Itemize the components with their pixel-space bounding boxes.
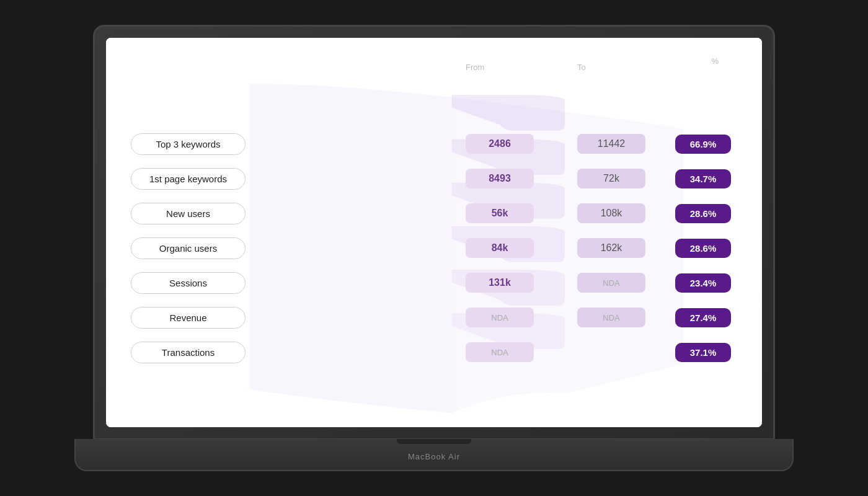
pct-column-header: % bbox=[711, 56, 719, 66]
laptop-notch bbox=[397, 439, 471, 444]
to-value: 11442 bbox=[577, 134, 645, 154]
to-value: NDA bbox=[577, 308, 645, 327]
row-label: Organic users bbox=[131, 237, 246, 259]
pct-value: 34.7% bbox=[675, 169, 731, 188]
from-value: NDA bbox=[466, 308, 534, 327]
to-column-header: To bbox=[577, 63, 586, 72]
row-label: Revenue bbox=[131, 307, 246, 329]
row-label: 1st page keywords bbox=[131, 168, 246, 190]
laptop-screen-bezel: % From To bbox=[93, 25, 775, 440]
row-label: Sessions bbox=[131, 272, 246, 294]
to-value: 108k bbox=[577, 203, 645, 223]
from-value: NDA bbox=[466, 342, 534, 362]
screen: % From To bbox=[106, 38, 762, 427]
pct-value: 28.6% bbox=[675, 204, 731, 223]
pct-value: 27.4% bbox=[675, 308, 731, 327]
from-value: 56k bbox=[466, 203, 534, 223]
macbook-brand-label: MacBook Air bbox=[408, 452, 460, 461]
chart-row: RevenueNDANDA27.4% bbox=[131, 303, 737, 332]
chart-row: Top 3 keywords24861144266.9% bbox=[131, 129, 737, 159]
laptop-base: MacBook Air bbox=[74, 439, 794, 471]
to-value: 72k bbox=[577, 169, 645, 188]
chart-row: TransactionsNDA37.1% bbox=[131, 337, 737, 367]
from-value: 131k bbox=[466, 273, 534, 293]
row-label: New users bbox=[131, 203, 246, 224]
chart-row: New users56k108k28.6% bbox=[131, 198, 737, 228]
chart-row: 1st page keywords849372k34.7% bbox=[131, 164, 737, 193]
pct-value: 37.1% bbox=[675, 343, 731, 362]
from-value: 8493 bbox=[466, 169, 534, 188]
to-value: 162k bbox=[577, 238, 645, 258]
pct-value: 23.4% bbox=[675, 273, 731, 293]
chart-area: % From To bbox=[131, 56, 737, 415]
row-label: Transactions bbox=[131, 342, 246, 363]
laptop-frame: % From To bbox=[93, 25, 775, 471]
row-label: Top 3 keywords bbox=[131, 133, 246, 155]
rows-container: Top 3 keywords24861144266.9%1st page key… bbox=[131, 129, 737, 367]
to-value: NDA bbox=[577, 273, 645, 293]
from-value: 84k bbox=[466, 238, 534, 258]
chart-row: Organic users84k162k28.6% bbox=[131, 233, 737, 263]
screen-content: % From To bbox=[106, 38, 762, 427]
chart-row: Sessions131kNDA23.4% bbox=[131, 268, 737, 298]
from-value: 2486 bbox=[466, 134, 534, 154]
pct-value: 66.9% bbox=[675, 135, 731, 154]
pct-value: 28.6% bbox=[675, 239, 731, 258]
from-column-header: From bbox=[466, 63, 484, 72]
